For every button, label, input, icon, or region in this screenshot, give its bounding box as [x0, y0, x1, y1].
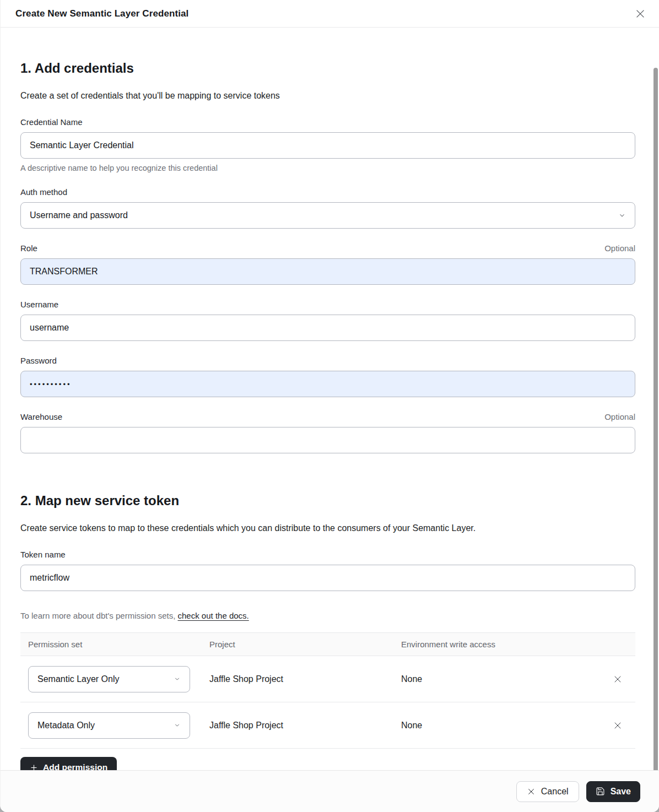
password-field-group: Password ••••••••••	[20, 355, 635, 397]
credential-name-label: Credential Name	[20, 117, 83, 128]
role-field-group: Role Optional	[20, 243, 635, 285]
remove-row-button[interactable]	[610, 718, 625, 733]
permission-set-select[interactable]: Semantic Layer Only	[28, 666, 190, 692]
save-button[interactable]: Save	[586, 781, 640, 802]
username-input-value[interactable]	[30, 323, 626, 333]
section1-description: Create a set of credentials that you'll …	[20, 89, 635, 102]
warehouse-input[interactable]	[20, 427, 635, 453]
section2-description: Create service tokens to map to these cr…	[20, 522, 635, 535]
column-header-project: Project	[209, 640, 401, 649]
remove-icon	[613, 721, 623, 730]
permissions-table-header: Permission set Project Environment write…	[20, 632, 635, 656]
scrollbar-thumb[interactable]	[653, 68, 658, 770]
credential-name-field-group: Credential Name A descriptive name to he…	[20, 117, 635, 172]
save-label: Save	[611, 787, 631, 797]
table-row: Semantic Layer Only Jaffle Shop Project …	[20, 656, 635, 702]
project-cell: Jaffle Shop Project	[209, 674, 401, 684]
section1-heading: 1. Add credentials	[20, 59, 635, 77]
token-name-input-value[interactable]	[30, 573, 626, 583]
create-credential-modal: Create New Semantic Layer Credential 1. …	[0, 0, 659, 812]
chevron-down-icon	[174, 722, 181, 729]
username-field-group: Username	[20, 299, 635, 341]
close-button[interactable]	[633, 6, 648, 21]
project-cell: Jaffle Shop Project	[209, 721, 401, 730]
column-header-permission-set: Permission set	[28, 640, 209, 649]
username-label: Username	[20, 299, 58, 310]
password-label: Password	[20, 355, 57, 366]
close-icon	[634, 8, 646, 20]
docs-link[interactable]: check out the docs.	[178, 611, 249, 620]
modal-body: 1. Add credentials Create a set of crede…	[1, 28, 659, 770]
env-write-access-cell: None	[401, 674, 600, 684]
chevron-down-icon	[618, 212, 626, 219]
auth-method-label: Auth method	[20, 187, 67, 198]
permissions-table: Permission set Project Environment write…	[20, 632, 635, 749]
password-masked-value: ••••••••••	[30, 380, 72, 388]
cancel-x-icon	[527, 787, 536, 796]
auth-method-select[interactable]: Username and password	[20, 202, 635, 229]
modal-header: Create New Semantic Layer Credential	[1, 0, 659, 28]
auth-method-selected-value: Username and password	[30, 210, 128, 220]
docs-line: To learn more about dbt's permission set…	[20, 611, 635, 620]
username-input[interactable]	[20, 315, 635, 341]
role-optional-tag: Optional	[604, 243, 635, 253]
section2-heading: 2. Map new service token	[20, 492, 635, 510]
warehouse-label: Warehouse	[20, 412, 62, 423]
credential-name-input-value[interactable]	[30, 140, 626, 150]
remove-row-button[interactable]	[610, 672, 625, 687]
chevron-down-icon	[174, 675, 181, 683]
env-write-access-cell: None	[401, 721, 600, 730]
permission-set-select[interactable]: Metadata Only	[28, 712, 190, 739]
credential-name-helper: A descriptive name to help you recognize…	[20, 164, 635, 172]
permission-set-selected-value: Metadata Only	[37, 721, 95, 730]
password-input[interactable]: ••••••••••	[20, 371, 635, 397]
credential-name-input[interactable]	[20, 132, 635, 159]
docs-text: To learn more about dbt's permission set…	[20, 611, 175, 620]
warehouse-field-group: Warehouse Optional	[20, 412, 635, 453]
table-row: Metadata Only Jaffle Shop Project None	[20, 702, 635, 749]
add-permission-button[interactable]: Add permission	[20, 757, 117, 770]
save-disk-icon	[596, 787, 605, 796]
role-input[interactable]	[20, 258, 635, 285]
column-header-env-write-access: Environment write access	[401, 640, 600, 649]
permission-set-selected-value: Semantic Layer Only	[37, 674, 120, 684]
role-input-value[interactable]	[30, 267, 626, 277]
token-name-label: Token name	[20, 549, 66, 560]
token-name-field-group: Token name	[20, 549, 635, 591]
modal-title: Create New Semantic Layer Credential	[15, 8, 188, 19]
warehouse-input-value[interactable]	[30, 435, 626, 445]
scrollbar[interactable]	[652, 55, 659, 728]
auth-method-field-group: Auth method Username and password	[20, 187, 635, 229]
warehouse-optional-tag: Optional	[604, 412, 635, 421]
role-label: Role	[20, 243, 37, 254]
plus-icon	[30, 764, 38, 771]
add-permission-label: Add permission	[43, 762, 107, 770]
modal-footer: Cancel Save	[1, 770, 659, 812]
token-name-input[interactable]	[20, 565, 635, 591]
cancel-label: Cancel	[541, 787, 569, 797]
cancel-button[interactable]: Cancel	[516, 781, 579, 802]
remove-icon	[613, 674, 623, 684]
